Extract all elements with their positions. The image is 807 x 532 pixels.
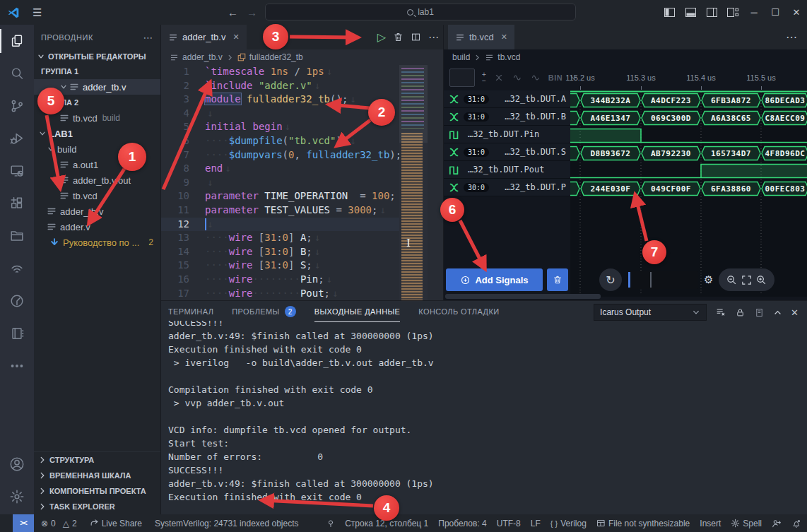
editor-scrollbar[interactable] [428, 65, 443, 300]
eol[interactable]: LF [531, 519, 541, 528]
close-panel-icon[interactable]: ✕ [791, 307, 799, 318]
tree-item-tb.vcd[interactable]: tb.vcd [34, 188, 160, 203]
problems-status[interactable]: ⊗0△2 [41, 519, 77, 528]
wave-horizontal-scrollbar[interactable] [445, 294, 601, 299]
sidebar-section-СТРУКТУРА[interactable]: СТРУКТУРА [34, 452, 160, 468]
activity-source-control[interactable] [0, 90, 34, 122]
command-center-search[interactable]: lab1 [265, 4, 576, 20]
language-status[interactable]: SystemVerilog: 24731 indexed objects [155, 519, 298, 528]
remove-signals-button[interactable] [547, 268, 568, 291]
close-button[interactable]: ✕ [786, 0, 807, 25]
minimize-button[interactable]: ─ [743, 0, 765, 25]
minimap[interactable] [399, 65, 428, 300]
sidebar-more-icon[interactable]: ⋯ [143, 32, 153, 43]
spell[interactable]: Spell [731, 519, 762, 528]
activity-account[interactable] [0, 448, 34, 480]
activity-pio-home[interactable] [0, 285, 34, 317]
activity-notebook[interactable] [0, 317, 34, 350]
activity-more[interactable] [0, 350, 34, 382]
analog-wave2-icon[interactable] [530, 73, 541, 83]
sidebar-section-ВРЕМЕННАЯ ШКАЛА[interactable]: ВРЕМЕННАЯ ШКАЛА [34, 468, 160, 483]
signal-row[interactable]: …32_tb.DUT.Pin [444, 126, 570, 143]
file-icon [59, 175, 69, 185]
indentation[interactable]: Пробелов: 4 [438, 519, 487, 528]
signal-row-B[interactable]: 31:0…32_tb.DUT.B [444, 108, 570, 126]
panel-tab-КОНСОЛЬ ОТЛАДКИ[interactable]: КОНСОЛЬ ОТЛАДКИ [418, 301, 499, 322]
customize-layout-icon[interactable] [722, 0, 743, 25]
wave-scrollbar[interactable] [628, 271, 698, 289]
maximize-button[interactable]: ☐ [765, 0, 786, 25]
analog-wave-icon[interactable] [512, 73, 523, 83]
nav-forward-icon[interactable]: → [247, 6, 257, 18]
activity-search[interactable] [0, 57, 34, 90]
line-number: 7 [161, 148, 189, 162]
run-button[interactable]: ▷ [377, 30, 386, 44]
toggle-sidebar-icon[interactable] [659, 0, 680, 25]
synthesis-status[interactable]: File not synthesizable [596, 519, 690, 528]
more-actions-icon[interactable]: ⋯ [786, 30, 797, 44]
panel-tab-ВЫХОДНЫЕ ДАННЫЕ[interactable]: ВЫХОДНЫЕ ДАННЫЕ [314, 301, 401, 322]
maximize-panel-icon[interactable] [773, 308, 782, 317]
activity-remote-explorer[interactable] [0, 155, 34, 187]
wave-breadcrumb[interactable]: build tb.vcd [444, 49, 807, 65]
tree-item-adder_tb.v.out[interactable]: adder_tb.v.out [34, 172, 160, 188]
close-tab-icon[interactable]: ✕ [232, 32, 239, 42]
activity-explorer[interactable] [0, 25, 34, 57]
tree-section-LAB1[interactable]: LAB1 [34, 126, 160, 141]
zoom-in-icon[interactable] [755, 274, 767, 286]
activity-run-debug[interactable] [0, 122, 34, 155]
wave-settings-gear-icon[interactable]: ⚙ [704, 273, 713, 286]
signal-row[interactable]: …32_tb.DUT.Pout [444, 161, 570, 179]
signal-row-S[interactable]: 31:0…32_tb.DUT.S [444, 143, 570, 161]
language-mode[interactable]: { }Verilog [550, 519, 587, 528]
editor-group-row[interactable]: ГРУППА 1 [34, 64, 160, 79]
close-tab-icon[interactable]: ✕ [501, 32, 507, 42]
sidebar-section-TASK EXPLORER[interactable]: TASK EXPLORER [34, 499, 160, 514]
radix-select[interactable]: BIN [548, 73, 562, 82]
code-editor[interactable]: 1`timescale 1ns / 1ps↓2`include "adder.v… [161, 65, 443, 300]
signal-row-P[interactable]: 30:0…32_tb.DUT.P [444, 179, 570, 196]
tree-item-adder.v[interactable]: adder.v [34, 219, 160, 235]
bus-format-icon[interactable] [493, 73, 505, 83]
breadcrumb[interactable]: adder_tb.v fulladder32_tb [161, 49, 443, 65]
waveform-canvas[interactable]: 344B232AA4DCF2236FB3A87286DECAD3A46E1347… [570, 90, 807, 297]
menu-icon[interactable]: ☰ [33, 6, 42, 19]
insert-mode[interactable]: Insert [700, 519, 721, 528]
remote-indicator[interactable]: >< [13, 514, 34, 532]
nav-back-icon[interactable]: ← [228, 6, 238, 18]
activity-wireless[interactable] [0, 252, 34, 285]
trash-icon[interactable] [393, 32, 404, 42]
feedback-icon[interactable] [772, 519, 782, 528]
activity-settings[interactable] [0, 480, 34, 513]
tree-item-adder_tb.v[interactable]: adder_tb.v [34, 203, 160, 219]
encoding[interactable]: UTF-8 [497, 519, 521, 528]
tab-tb-vcd[interactable]: tb.vcd ✕ [448, 25, 514, 49]
add-signals-button[interactable]: Add Signals [446, 268, 543, 291]
signal-row-A[interactable]: 31:0…32_tb.DUT.A [444, 90, 570, 108]
toggle-secondary-sidebar-icon[interactable] [701, 0, 722, 25]
zoom-out-icon[interactable] [726, 274, 738, 286]
zoom-minus-small[interactable]: − [482, 78, 486, 84]
clear-output-icon[interactable] [715, 307, 726, 318]
open-in-editor-icon[interactable] [754, 307, 765, 318]
toggle-panel-icon[interactable] [680, 0, 701, 25]
tree-item-guide[interactable]: Руководство по ...2 [34, 235, 160, 250]
activity-extensions[interactable] [0, 187, 34, 220]
panel-tab-ТЕРМИНАЛ[interactable]: ТЕРМИНАЛ [168, 301, 213, 322]
notifications-icon[interactable] [791, 519, 801, 528]
panel-tab-ПРОБЛЕМЫ[interactable]: ПРОБЛЕМЫ2 [232, 301, 295, 322]
activity-project-folder[interactable] [0, 220, 34, 252]
live-share-status[interactable]: Live Share [90, 519, 142, 528]
reload-waveform-button[interactable]: ↻ [599, 268, 622, 291]
misc-icon[interactable] [326, 519, 335, 528]
tab-adder-tb[interactable]: adder_tb.v ✕ [161, 25, 247, 49]
terminal-output[interactable]: SUCCESS!!!adder_tb.v:49: $finish called … [168, 321, 807, 514]
split-editor-icon[interactable] [411, 32, 421, 42]
lock-icon[interactable] [735, 307, 746, 318]
zoom-fit-icon[interactable] [741, 274, 753, 286]
output-channel-select[interactable]: Icarus Output [594, 304, 707, 321]
terminal-line: adder_tb.v:49: $finish called at 3000000… [168, 477, 807, 490]
more-actions-icon[interactable]: ⋯ [428, 31, 439, 44]
open-editors-header[interactable]: ОТКРЫТЫЕ РЕДАКТОРЫ [34, 49, 160, 64]
sidebar-section-КОМПОНЕНТЫ ПРОЕКТА[interactable]: КОМПОНЕНТЫ ПРОЕКТА [34, 483, 160, 499]
